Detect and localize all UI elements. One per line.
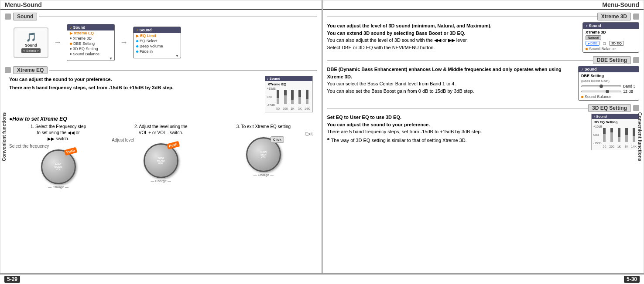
step-1-label: Select the frequency — [9, 144, 49, 149]
charge-label-1: — Charge — — [48, 185, 69, 189]
note-icon-2: ♪ — [136, 28, 138, 32]
eq-bands: +15dB 0dB -15dB — [267, 87, 311, 107]
xtreme3d-3deq: 3D EQ — [609, 41, 624, 46]
left-header: Menu-Sound — [5, 1, 42, 8]
arrow-right-icon-2: → — [120, 38, 128, 47]
x3d-desc3: You can also adjust the level of 3D soun… — [327, 37, 579, 44]
eq3d-db-axis: +15dB 0dB -15dB — [593, 125, 602, 145]
page-footer: 5-29 5-30 — [0, 274, 644, 284]
menu-item-fade: Fade in — [134, 49, 181, 54]
push-badge-2: Push — [167, 141, 180, 150]
step-3-label: Exit — [305, 132, 313, 136]
dbe-section: DBE Setting DBE (Dynamic Bass Enhancemen… — [327, 56, 640, 101]
rotary-knob-2: NAVIMENUVOL Push — [144, 143, 178, 178]
eq-band-5 — [304, 90, 311, 104]
xtreme3d-display-content: XTreme 3D Natural ▶ DBE □ 3D EQ — [583, 29, 639, 52]
sound-menu-2-header: ♪ Sound — [134, 27, 181, 33]
dbe-balance: Sound Balance — [581, 95, 636, 99]
xtreme3d-natural: Natural — [586, 35, 601, 40]
dbe-display-title: DBE Setting — [581, 74, 636, 78]
step-3-text: 3. To exit Xtreme EQ setting — [236, 124, 291, 130]
eq3d-band-2 — [609, 128, 615, 142]
eq3d-sub: 3D EQ Setting — [593, 120, 637, 124]
xtreme3d-row-1: XTreme 3D — [586, 30, 636, 34]
xtreme3d-dbe: ▶ DBE — [586, 41, 599, 46]
dbe-thumb-2 — [606, 90, 609, 93]
eq3d-desc: Set EQ to User EQ to use 3D EQ. You can … — [327, 114, 587, 144]
x3d-desc4: Select DBE or 3D EQ with the NEVI/MENU b… — [327, 44, 579, 51]
xtreme-eq-label: Xtreme EQ — [13, 66, 48, 74]
device-icon: 🎵 — [26, 32, 37, 42]
sound-menu-2: ♪ Sound ▶ EQ Limit EQ Select Beep Volume… — [133, 27, 181, 58]
rotary-knob-1: NAVIMENUVOL Push — [41, 149, 76, 184]
dbe-slider-row-1: Band 3 — [581, 84, 636, 88]
rotary-label-3: NAVIMENVOL — [260, 151, 267, 159]
step-2-label: Adjust level — [112, 138, 134, 142]
left-panel: Menu-Sound Sound 🎵 Sound < Select > → — [0, 0, 322, 274]
push-badge-1: Push — [64, 147, 77, 156]
eq3d-visual: ♪ Sound 3D EQ Setting +15dB 0dB -15dB — [591, 114, 639, 150]
sound-section-header: Sound — [5, 13, 317, 20]
sound-menu-1: ♪ Sound ▶ Xtreme EQ Xtreme 3D DBE Settin… — [67, 24, 115, 61]
menu-scroll-arrow-1: ▼ — [67, 57, 114, 61]
bullet-dot — [327, 138, 329, 140]
dbe-desc3: You can also set the Bass Boost gain fro… — [327, 88, 574, 95]
dbe-slider-row-2: 12 dB — [581, 89, 636, 94]
xtreme3d-row-2: Natural — [586, 35, 636, 40]
eq-band-2 — [282, 90, 288, 104]
eq-band-3 — [289, 90, 296, 104]
x3d-note: ♪ — [586, 24, 588, 28]
x3d-desc2: You can extend 3D sound by selecting Bas… — [327, 30, 466, 36]
dbe-slider-1 — [581, 85, 621, 87]
arrow-right-icon: → — [54, 38, 62, 47]
xtreme-3d-header: Xtreme 3D — [327, 13, 640, 20]
right-side-label: Convenient functions — [637, 112, 643, 161]
sound-label: Sound — [13, 13, 37, 20]
dbe-band-value: Band 3 — [623, 84, 636, 88]
xtreme-3d-section: Xtreme 3D You can adjust the level of 3D… — [327, 13, 640, 53]
menu-item-balance: Sound Balance — [67, 51, 114, 57]
click-badge: Click — [271, 136, 284, 143]
menu-item-dbe: DBE Setting — [67, 41, 114, 46]
xtreme-3d-label: Xtreme 3D — [597, 13, 631, 20]
xtreme3d-display-header: ♪ Sound — [583, 23, 639, 29]
dbe-display-header: ♪ Sound — [579, 66, 639, 72]
eq3d-label: 3D EQ Setting — [588, 104, 631, 112]
xtreme-3d-desc: You can adjust the level of 3D sound (mi… — [327, 22, 579, 51]
eq-sub-header: XTreme EQ — [267, 82, 311, 86]
eq-db-axis: +15dB 0dB -15dB — [267, 87, 276, 107]
x3d-desc1: You can adjust the level of 3D sound (mi… — [327, 23, 492, 28]
menu-item-beep: Beep Volume — [134, 44, 181, 49]
eq3d-bands: +15dB 0dB -15dB — [593, 125, 637, 145]
left-side-label: Convenient functions — [1, 112, 7, 161]
footer-page-left: 5-29 — [4, 276, 20, 283]
eq3d-band-5 — [630, 128, 637, 142]
menu-item-eq-select: EQ Select — [134, 38, 181, 44]
eq3d-desc1: Set EQ to User EQ to use 3D EQ. — [327, 115, 402, 120]
menu-scroll-arrow-2: ▼ — [134, 54, 181, 58]
dbe-db-value: 12 dB — [623, 89, 636, 94]
eq3d-note: ♪ — [593, 115, 595, 118]
dbe-desc: DBE (Dynamic Bass Enhancement) enhances … — [327, 66, 574, 95]
eq3d-freq-row: 50 200 1K 3K 14K — [593, 145, 637, 148]
eq-desc-line1: You can adjust the sound to your prefere… — [9, 77, 112, 82]
eq3d-band-4 — [623, 128, 630, 142]
rotary-knob-3: NAVIMENVOL Click — [246, 137, 281, 172]
step-1: 1. Select the Frequency stepto set using… — [9, 124, 107, 189]
rotary-label-2: NAVIMENUVOL — [157, 157, 165, 165]
xtreme3d-balance: Sound Balance — [586, 47, 636, 51]
eq3d-content: Set EQ to User EQ to use 3D EQ. You can … — [327, 114, 640, 150]
dbe-section-header: DBE Setting — [327, 56, 640, 64]
charge-label-2: — Charge — — [151, 179, 171, 183]
charge-label-3: — Charge — — [253, 173, 274, 177]
dbe-note: ♪ — [581, 67, 583, 71]
how-to-section: ●How to set Xtreme EQ 1. Select the Freq… — [5, 116, 317, 189]
eq3d-visual-header: ♪ Sound — [592, 114, 639, 119]
xtreme-3d-content: You can adjust the level of 3D sound (mi… — [327, 22, 640, 53]
dbe-subtitle: (Bass Boost Gain) — [581, 79, 636, 83]
eq3d-desc2: You can adjust the sound to your prefere… — [327, 122, 430, 127]
eq3d-bullet: The way of 3D EQ setting is similar to t… — [327, 137, 587, 144]
eq3d-section: 3D EQ Setting Set EQ to User EQ to use 3… — [327, 104, 640, 150]
device-mockup: 🎵 Sound < Select > — [14, 27, 48, 58]
right-header: Menu-Sound — [602, 1, 639, 8]
